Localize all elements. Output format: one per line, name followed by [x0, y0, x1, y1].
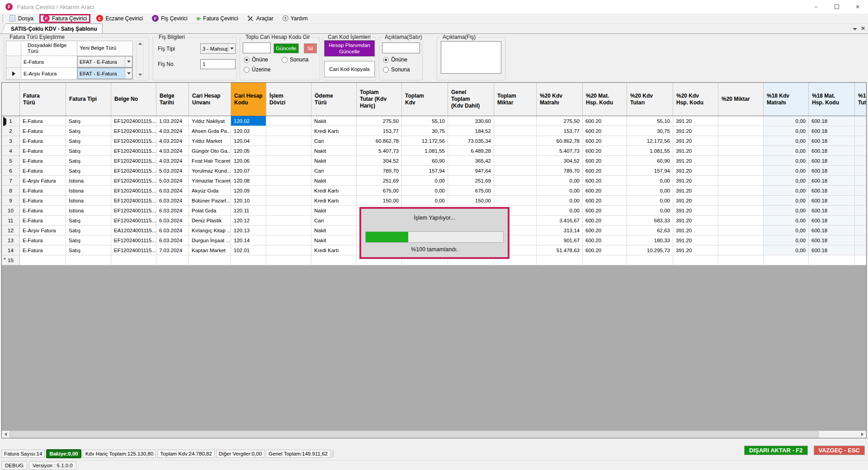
- grid-cell[interactable]: [494, 176, 537, 186]
- grid-cell[interactable]: 0,00: [627, 186, 673, 196]
- grid-cell[interactable]: [627, 255, 673, 265]
- row-header[interactable]: 8: [2, 186, 20, 196]
- grid-cell[interactable]: 947,64: [448, 166, 494, 176]
- grid-cell[interactable]: 6.03.2024: [156, 196, 189, 206]
- grid-cell[interactable]: 180,33: [627, 235, 673, 245]
- grid-cell[interactable]: [189, 255, 231, 265]
- row-header[interactable]: 13: [2, 235, 20, 245]
- close-button[interactable]: ✕: [847, 0, 868, 14]
- grid-cell[interactable]: [855, 156, 867, 166]
- grid-cell[interactable]: [855, 146, 867, 156]
- grid-cell[interactable]: E-Fatura: [20, 116, 66, 126]
- grid-cell[interactable]: E-Arşiv Fatura: [20, 226, 66, 235]
- column-header-17[interactable]: %20 Miktar: [718, 83, 764, 116]
- grid-cell[interactable]: Satış: [66, 126, 111, 136]
- menu-item-2[interactable]: FFatura Çevirici: [39, 14, 90, 23]
- grid-cell[interactable]: E-Fatura: [20, 206, 66, 216]
- grid-cell[interactable]: [494, 166, 537, 176]
- column-header-15[interactable]: %20 Kdv Tutarı: [627, 83, 673, 116]
- row-header[interactable]: 4: [2, 146, 20, 156]
- grid-cell[interactable]: 1.03.2024: [156, 116, 189, 126]
- grid-cell[interactable]: 153,77: [537, 126, 583, 136]
- grid-cell[interactable]: 51.478,63: [537, 245, 583, 255]
- row-header[interactable]: 12: [2, 226, 20, 235]
- grid-cell[interactable]: EF12024001115...: [111, 116, 156, 126]
- grid-cell[interactable]: [673, 255, 718, 265]
- grid-cell[interactable]: Satış: [66, 235, 111, 245]
- grid-cell[interactable]: Kredi Kartı: [311, 245, 357, 255]
- grid-cell[interactable]: 600.20: [583, 226, 627, 235]
- grid-cell[interactable]: 120.11: [231, 206, 266, 216]
- grid-cell[interactable]: Istisna: [66, 176, 111, 186]
- grid-cell[interactable]: Cari: [311, 166, 357, 176]
- radio-sonuna[interactable]: Sonuna: [383, 66, 410, 73]
- grid-cell[interactable]: [855, 176, 867, 186]
- grid-cell[interactable]: 184,52: [448, 126, 494, 136]
- grid-cell[interactable]: EF12024001115...: [111, 186, 156, 196]
- scroll-right-icon[interactable]: [859, 431, 866, 438]
- grid-cell[interactable]: 0,00: [764, 235, 809, 245]
- grid-cell[interactable]: [718, 186, 764, 196]
- grid-cell[interactable]: EF12024001115...: [111, 206, 156, 216]
- grid-cell[interactable]: [311, 255, 357, 265]
- grid-cell[interactable]: [266, 176, 311, 186]
- grid-cell[interactable]: 5.03.2024: [156, 176, 189, 186]
- grid-cell[interactable]: 600.20: [583, 146, 627, 156]
- grid-cell[interactable]: 391.20: [673, 186, 718, 196]
- grid-cell[interactable]: Cari: [311, 216, 357, 226]
- grid-cell[interactable]: Bütüner Pazarl...: [189, 196, 231, 206]
- grid-cell[interactable]: 120.10: [231, 196, 266, 206]
- grid-cell[interactable]: 150,00: [448, 196, 494, 206]
- grid-cell[interactable]: 120.13: [231, 226, 266, 235]
- grid-cell[interactable]: [266, 116, 311, 126]
- grid-cell[interactable]: 60,90: [402, 156, 448, 166]
- grid-cell[interactable]: 0,00: [627, 206, 673, 216]
- grid-cell[interactable]: 30,75: [402, 126, 448, 136]
- grid-cell[interactable]: Nakit: [311, 226, 357, 235]
- grid-cell[interactable]: [855, 226, 867, 235]
- grid-cell[interactable]: 251,69: [357, 176, 402, 186]
- grid-cell[interactable]: [494, 196, 537, 206]
- grid-cell[interactable]: 600.20: [583, 235, 627, 245]
- grid-cell[interactable]: 60,90: [627, 156, 673, 166]
- mapping-row[interactable]: E-Arşiv FaturaEFAT - E-Fatura: [6, 67, 132, 79]
- grid-cell[interactable]: 6.03.2024: [156, 206, 189, 216]
- grid-cell[interactable]: 600.20: [583, 166, 627, 176]
- grid-cell[interactable]: 330,60: [448, 116, 494, 126]
- row-header[interactable]: 10: [2, 206, 20, 216]
- column-header-19[interactable]: %18 Mat. Hsp. Kodu: [809, 83, 855, 116]
- grid-cell[interactable]: Istisna: [66, 206, 111, 216]
- mapping-source-cell[interactable]: E-Arşiv Fatura: [21, 68, 77, 79]
- grid-cell[interactable]: E-Arşiv Fatura: [20, 176, 66, 186]
- grid-cell[interactable]: 0,00: [537, 196, 583, 206]
- grid-cell[interactable]: 600.18: [809, 245, 855, 255]
- grid-cell[interactable]: 600.18: [809, 126, 855, 136]
- grid-cell[interactable]: Satış: [66, 156, 111, 166]
- grid-cell[interactable]: 391.20: [673, 146, 718, 156]
- radio-sonuna[interactable]: Sonuna: [282, 56, 308, 63]
- grid-cell[interactable]: 391.20: [673, 206, 718, 216]
- scroll-down-icon[interactable]: [138, 74, 142, 76]
- grid-cell[interactable]: 600.18: [809, 216, 855, 226]
- row-header[interactable]: 6: [2, 166, 20, 176]
- mapping-target-select[interactable]: EFAT - E-Fatura: [77, 56, 132, 67]
- grid-cell[interactable]: E-Fatura: [20, 136, 66, 146]
- minimize-button[interactable]: –: [806, 0, 826, 14]
- grid-cell[interactable]: [718, 176, 764, 186]
- grid-cell[interactable]: 0,00: [402, 186, 448, 196]
- grid-cell[interactable]: 73.035,34: [448, 136, 494, 146]
- grid-cell[interactable]: 391.20: [673, 235, 718, 245]
- grid-cell[interactable]: [111, 255, 156, 265]
- grid-cell[interactable]: 12.172,56: [627, 136, 673, 146]
- column-header-1[interactable]: Fatura Türü: [20, 83, 66, 116]
- grid-cell[interactable]: 120.08: [231, 176, 266, 186]
- grid-cell[interactable]: 600.20: [583, 176, 627, 186]
- grid-cell[interactable]: 102.01: [231, 245, 266, 255]
- grid-cell[interactable]: EF12024001115...: [111, 156, 156, 166]
- column-header-16[interactable]: %20 Kdv Hsp. Kodu: [673, 83, 718, 116]
- grid-cell[interactable]: Kırlangıç Kitap ...: [189, 226, 231, 235]
- grid-cell[interactable]: [266, 166, 311, 176]
- grid-cell[interactable]: [266, 245, 311, 255]
- menu-item-1[interactable]: Dosya: [6, 14, 37, 23]
- grid-cell[interactable]: Yıldız Market: [189, 136, 231, 146]
